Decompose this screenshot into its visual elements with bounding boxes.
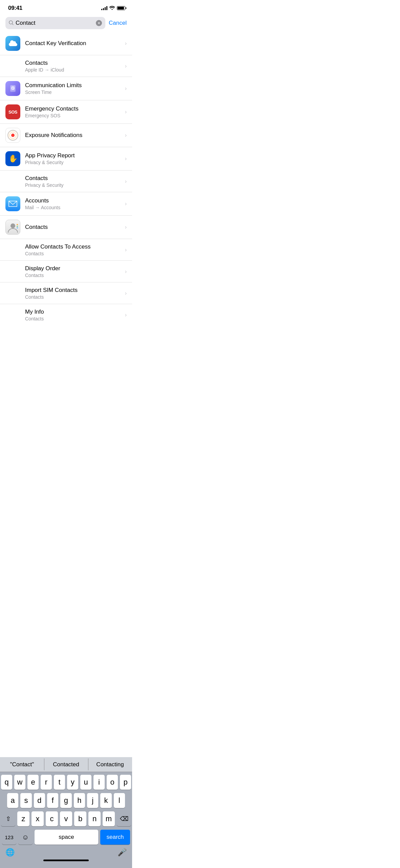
result-text: Allow Contacts To Access Contacts xyxy=(25,243,123,256)
mail-icon xyxy=(5,196,20,211)
chevron-right-icon: › xyxy=(125,178,127,184)
result-title: Contacts xyxy=(25,175,123,182)
contacts-app-icon xyxy=(5,220,20,235)
result-subtitle: Mail → Accounts xyxy=(25,205,123,210)
svg-line-1 xyxy=(12,24,13,25)
result-text: Contact Key Verification xyxy=(25,40,123,47)
chevron-right-icon: › xyxy=(125,156,127,162)
result-title: Accounts xyxy=(25,197,123,204)
result-exposure-notifications[interactable]: Exposure Notifications › xyxy=(0,124,132,147)
result-communication-limits[interactable]: Communication Limits Screen Time › xyxy=(0,77,132,100)
search-bar-container: Contact Cancel xyxy=(0,14,132,32)
privacy-icon: ✋ xyxy=(5,151,20,166)
battery-icon xyxy=(117,6,125,10)
result-contacts-app[interactable]: Contacts › xyxy=(0,216,132,239)
status-bar: 09:41 xyxy=(0,0,132,14)
result-display-order[interactable]: Display Order Contacts › xyxy=(0,261,132,282)
result-text: App Privacy Report Privacy & Security xyxy=(25,152,123,165)
result-title: App Privacy Report xyxy=(25,152,123,159)
result-import-sim[interactable]: Import SIM Contacts Contacts › xyxy=(0,282,132,304)
result-emergency-contacts[interactable]: SOS Emergency Contacts Emergency SOS › xyxy=(0,100,132,124)
result-title: Display Order xyxy=(25,265,123,272)
result-text: Display Order Contacts xyxy=(25,265,123,278)
svg-rect-7 xyxy=(8,200,17,207)
result-title: Contacts xyxy=(25,224,123,231)
icloud-icon xyxy=(5,36,20,51)
result-title: Contacts xyxy=(25,60,123,66)
chevron-right-icon: › xyxy=(125,63,127,69)
chevron-right-icon: › xyxy=(125,247,127,253)
status-time: 09:41 xyxy=(8,5,22,12)
result-subtitle: Contacts xyxy=(25,294,123,300)
result-my-info[interactable]: My Info Contacts › xyxy=(0,304,132,326)
result-title: Import SIM Contacts xyxy=(25,287,123,294)
search-input[interactable]: Contact xyxy=(16,20,94,26)
sos-icon: SOS xyxy=(5,104,20,119)
svg-rect-9 xyxy=(17,224,18,225)
search-icon xyxy=(9,20,14,26)
cancel-button[interactable]: Cancel xyxy=(109,20,127,26)
result-allow-contacts[interactable]: Allow Contacts To Access Contacts › xyxy=(0,239,132,261)
result-title: Allow Contacts To Access xyxy=(25,243,123,250)
result-text: Contacts Privacy & Security xyxy=(25,175,123,188)
result-text: Import SIM Contacts Contacts xyxy=(25,287,123,300)
result-contacts-icloud[interactable]: Contacts Apple ID → iCloud › xyxy=(0,55,132,77)
result-subtitle: Contacts xyxy=(25,316,123,321)
result-subtitle: Privacy & Security xyxy=(25,160,123,165)
svg-rect-10 xyxy=(17,226,18,226)
chevron-right-icon: › xyxy=(125,85,127,92)
result-text: Contacts xyxy=(25,224,123,231)
status-icons xyxy=(101,5,125,11)
svg-point-8 xyxy=(10,223,15,228)
chevron-right-icon: › xyxy=(125,224,127,230)
result-subtitle: Contacts xyxy=(25,251,123,256)
results-list: Contact Key Verification › Contacts Appl… xyxy=(0,32,132,326)
result-app-privacy-report[interactable]: ✋ App Privacy Report Privacy & Security … xyxy=(0,147,132,171)
result-title: Exposure Notifications xyxy=(25,132,123,139)
result-text: My Info Contacts xyxy=(25,309,123,321)
result-subtitle: Contacts xyxy=(25,273,123,278)
result-accounts-mail[interactable]: Accounts Mail → Accounts › xyxy=(0,192,132,216)
battery-fill xyxy=(118,7,124,9)
result-text: Communication Limits Screen Time xyxy=(25,82,123,95)
svg-line-6 xyxy=(13,88,14,89)
chevron-right-icon: › xyxy=(125,269,127,275)
chevron-right-icon: › xyxy=(125,40,127,46)
chevron-right-icon: › xyxy=(125,132,127,138)
result-contacts-privacy[interactable]: Contacts Privacy & Security › xyxy=(0,171,132,192)
signal-icon xyxy=(101,6,107,10)
search-clear-button[interactable] xyxy=(96,20,102,26)
chevron-right-icon: › xyxy=(125,109,127,115)
exposure-icon xyxy=(5,128,20,143)
screen-time-icon xyxy=(5,81,20,96)
result-subtitle: Emergency SOS xyxy=(25,113,123,118)
wifi-icon xyxy=(109,5,115,11)
result-title: Emergency Contacts xyxy=(25,105,123,112)
result-text: Contacts Apple ID → iCloud xyxy=(25,60,123,73)
result-title: My Info xyxy=(25,309,123,315)
result-text: Exposure Notifications xyxy=(25,132,123,139)
result-title: Contact Key Verification xyxy=(25,40,123,47)
result-text: Emergency Contacts Emergency SOS xyxy=(25,105,123,118)
search-input-wrapper[interactable]: Contact xyxy=(5,17,105,29)
chevron-right-icon: › xyxy=(125,312,127,318)
svg-rect-11 xyxy=(17,228,18,228)
chevron-right-icon: › xyxy=(125,290,127,296)
result-contact-key-verification[interactable]: Contact Key Verification › xyxy=(0,32,132,55)
chevron-right-icon: › xyxy=(125,201,127,207)
result-subtitle: Apple ID → iCloud xyxy=(25,67,123,73)
result-title: Communication Limits xyxy=(25,82,123,89)
result-text: Accounts Mail → Accounts xyxy=(25,197,123,210)
result-subtitle: Privacy & Security xyxy=(25,182,123,188)
result-subtitle: Screen Time xyxy=(25,90,123,95)
